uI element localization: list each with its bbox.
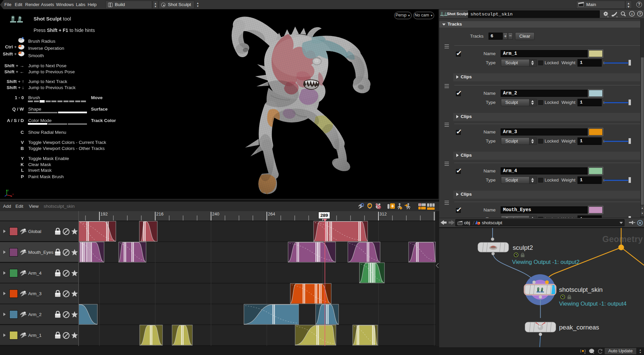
svg-text:?: ? [639,12,641,16]
svg-text:y: y [7,189,9,192]
svg-text:i: i [631,12,632,16]
svg-text:x: x [12,193,14,196]
